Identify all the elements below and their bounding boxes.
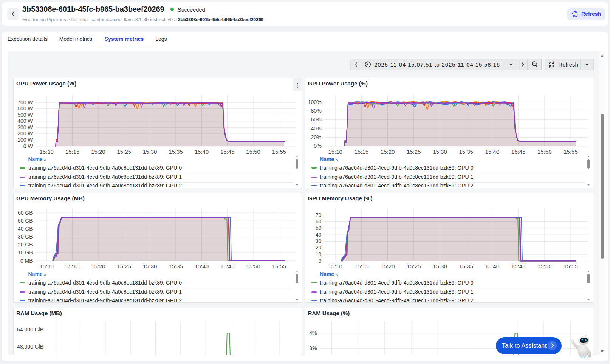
svg-text:50: 50 xyxy=(316,225,322,231)
svg-text:15:40: 15:40 xyxy=(195,148,209,155)
svg-text:500 W: 500 W xyxy=(17,112,33,118)
svg-text:20%: 20% xyxy=(311,134,321,140)
svg-text:70: 70 xyxy=(316,212,322,218)
svg-text:15:20: 15:20 xyxy=(91,263,105,270)
svg-text:15:55: 15:55 xyxy=(564,148,578,155)
svg-text:15:55: 15:55 xyxy=(564,263,578,270)
svg-text:15:45: 15:45 xyxy=(511,148,525,155)
svg-text:4%: 4% xyxy=(309,330,317,336)
svg-text:15:15: 15:15 xyxy=(65,263,80,270)
svg-text:15:35: 15:35 xyxy=(459,148,473,155)
svg-text:15:25: 15:25 xyxy=(407,263,421,270)
svg-text:48.000 GiB: 48.000 GiB xyxy=(17,344,43,350)
svg-text:15:30: 15:30 xyxy=(143,263,157,270)
svg-text:60 GB: 60 GB xyxy=(18,209,33,215)
svg-text:15:35: 15:35 xyxy=(169,148,183,155)
svg-text:15:40: 15:40 xyxy=(485,148,499,155)
svg-text:0%: 0% xyxy=(314,143,321,149)
svg-text:15:20: 15:20 xyxy=(380,263,395,270)
svg-text:64.000 GiB: 64.000 GiB xyxy=(17,327,43,333)
svg-text:15:45: 15:45 xyxy=(220,263,235,270)
svg-text:15:30: 15:30 xyxy=(433,263,447,270)
svg-text:FPT AI: FPT AI xyxy=(580,350,586,352)
svg-text:2025-11-04 15:07:51 to 2025-11: 2025-11-04 15:07:51 to 2025-11-04 15:58:… xyxy=(374,61,500,68)
svg-text:15:15: 15:15 xyxy=(354,263,368,270)
svg-text:15:30: 15:30 xyxy=(433,148,447,155)
svg-text:15:40: 15:40 xyxy=(485,263,499,270)
svg-text:15:20: 15:20 xyxy=(380,148,395,155)
svg-text:700 W: 700 W xyxy=(17,99,33,105)
svg-text:15:10: 15:10 xyxy=(328,263,342,270)
svg-text:15:25: 15:25 xyxy=(117,263,132,270)
svg-text:30: 30 xyxy=(316,238,322,244)
svg-text:15:50: 15:50 xyxy=(246,148,260,155)
svg-text:15:50: 15:50 xyxy=(537,148,552,155)
svg-text:30 GB: 30 GB xyxy=(18,234,33,240)
svg-text:15:55: 15:55 xyxy=(272,148,286,155)
svg-text:10 GB: 10 GB xyxy=(18,249,33,256)
svg-text:300 W: 300 W xyxy=(17,124,33,130)
svg-text:15:40: 15:40 xyxy=(195,263,209,270)
svg-text:100%: 100% xyxy=(308,99,321,105)
svg-text:Refresh: Refresh xyxy=(558,61,578,68)
svg-text:15:15: 15:15 xyxy=(354,148,368,155)
svg-text:50 GB: 50 GB xyxy=(18,218,33,224)
svg-text:15:25: 15:25 xyxy=(117,148,132,155)
svg-text:600 W: 600 W xyxy=(17,105,33,112)
svg-text:15:10: 15:10 xyxy=(328,148,342,155)
svg-text:100 W: 100 W xyxy=(17,136,33,143)
svg-text:15:25: 15:25 xyxy=(407,148,421,155)
svg-text:3%: 3% xyxy=(309,345,317,351)
svg-text:15:35: 15:35 xyxy=(169,263,183,270)
svg-text:60: 60 xyxy=(316,218,322,225)
svg-text:15:35: 15:35 xyxy=(459,263,473,270)
svg-text:15:15: 15:15 xyxy=(65,148,80,155)
svg-text:40 GB: 40 GB xyxy=(18,226,33,232)
svg-text:15:50: 15:50 xyxy=(537,263,552,270)
svg-text:15:50: 15:50 xyxy=(246,263,260,270)
svg-text:40%: 40% xyxy=(311,125,321,131)
svg-text:15:20: 15:20 xyxy=(91,148,105,155)
svg-text:15:45: 15:45 xyxy=(511,263,525,270)
svg-text:15:10: 15:10 xyxy=(39,148,54,155)
svg-text:15:55: 15:55 xyxy=(272,263,286,270)
svg-text:400 W: 400 W xyxy=(17,118,33,124)
svg-text:20 GB: 20 GB xyxy=(18,242,33,248)
svg-text:15:30: 15:30 xyxy=(143,148,157,155)
svg-text:0 W: 0 W xyxy=(23,143,33,149)
svg-text:40: 40 xyxy=(316,232,322,238)
svg-text:200 W: 200 W xyxy=(17,130,33,136)
svg-text:0 MB: 0 MB xyxy=(20,257,33,263)
svg-text:10: 10 xyxy=(316,251,322,257)
svg-text:15:10: 15:10 xyxy=(39,263,54,270)
svg-text:80%: 80% xyxy=(311,107,321,113)
svg-text:60%: 60% xyxy=(311,116,321,122)
svg-text:20: 20 xyxy=(316,245,322,251)
svg-text:0: 0 xyxy=(318,258,321,264)
svg-text:15:45: 15:45 xyxy=(220,148,235,155)
